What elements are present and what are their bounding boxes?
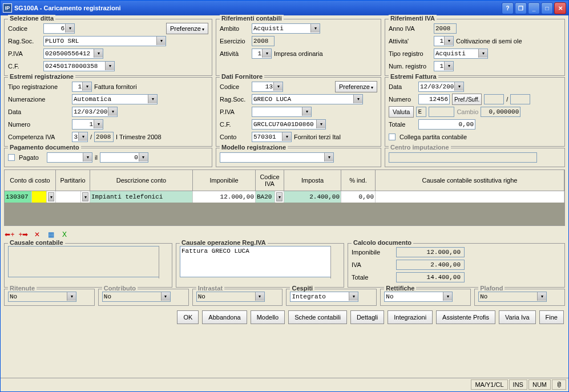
ragsoc-input[interactable] (43, 36, 166, 46)
forn-piva-input[interactable] (252, 107, 312, 117)
integrazioni-button[interactable]: Integrazioni (388, 310, 433, 324)
cell-conto-dd[interactable]: ▾ (47, 191, 56, 203)
cell-pind[interactable]: 0,00 (341, 191, 376, 203)
attivita-input[interactable] (252, 49, 272, 59)
maximize-button[interactable]: □ (541, 2, 553, 14)
il-label: il (95, 154, 98, 161)
cell-imposta[interactable]: 2.400,00 (284, 191, 341, 203)
forn-piva-label: P.IVA (220, 108, 249, 115)
riferimenti-iva-group: Riferimenti IVA Anno IVA Attivita' Colti… (385, 19, 565, 76)
piva-input[interactable] (43, 49, 103, 59)
cell-conto[interactable]: 130307 (5, 191, 32, 203)
data-reg-input[interactable] (72, 107, 118, 117)
num-registro-label: Num. registro (389, 63, 431, 70)
col-partitario[interactable]: Partitario (56, 170, 90, 191)
grid-row[interactable]: 130307 ▾ ▾ Impianti telefonici 12.000,00… (5, 191, 564, 203)
cell-partitario[interactable] (56, 191, 81, 203)
esercizio-label: Esercizio (220, 38, 249, 45)
cell-codiva-dd[interactable]: ▾ (275, 191, 284, 203)
pref-input (484, 94, 504, 104)
insert-row-button[interactable]: ⬅+ (4, 229, 15, 240)
col-imposta[interactable]: Imposta (284, 170, 341, 191)
contributo-input (102, 292, 171, 302)
cell-imponibile[interactable]: 12.000,00 (193, 191, 256, 203)
preferenze-forn-button[interactable]: Preferenze (335, 81, 377, 92)
forn-conto-desc: Fornitori terzi Ital (294, 134, 341, 140)
forn-cf-input[interactable] (252, 119, 326, 130)
comp-iva-input[interactable] (72, 132, 88, 142)
export-excel-button[interactable]: X (59, 229, 70, 240)
forn-codice-label: Codice (220, 83, 249, 90)
pagato-checkbox[interactable] (8, 154, 15, 161)
cespiti-input[interactable] (290, 292, 358, 302)
help-button[interactable]: ? (502, 2, 514, 14)
grid-view-button[interactable]: ▦ (45, 229, 57, 240)
fat-totale-input[interactable] (418, 119, 475, 130)
delete-row-button[interactable]: ✕ (31, 229, 43, 240)
app-icon: IP (3, 3, 12, 13)
numerazione-input[interactable] (72, 94, 158, 104)
tipo-registro-input[interactable] (434, 49, 488, 59)
minimize-button[interactable]: _ (528, 2, 540, 14)
dettagli-button[interactable]: Dettagli (350, 310, 384, 324)
col-codice-iva[interactable]: Codice IVA (256, 170, 284, 191)
intrastat-input (196, 292, 265, 302)
comp-iva-label: Competenza IVA (8, 134, 70, 140)
tipo-reg-input[interactable] (72, 82, 92, 92)
tipo-registro-label: Tipo registro (389, 50, 431, 57)
fat-data-input[interactable] (418, 82, 464, 92)
attivita-iva-input[interactable] (434, 36, 454, 46)
fine-button[interactable]: Fine (539, 310, 564, 324)
col-conto-costo[interactable]: Conto di costo (5, 170, 56, 191)
prefsuff-button[interactable]: Pref./Suff. (452, 94, 482, 105)
calc-totale-label: Totale (352, 274, 392, 281)
num-registro-input[interactable] (434, 61, 454, 71)
cespiti-group: Cespiti (286, 289, 377, 306)
close-button[interactable]: ✕ (554, 2, 566, 14)
ritenute-input (8, 292, 76, 302)
pagato-val-input[interactable] (100, 152, 148, 163)
forn-ragsoc-input[interactable] (252, 94, 363, 104)
cell-conto-ext[interactable] (32, 191, 47, 203)
forn-conto-input[interactable] (252, 132, 292, 142)
abbandona-button[interactable]: Abbandona (202, 310, 247, 324)
codice-input[interactable] (43, 23, 75, 34)
causale-operazione-text[interactable]: Fattura GRECO LUCA (180, 246, 340, 277)
ok-button[interactable]: OK (177, 310, 199, 324)
append-row-button[interactable]: +➡ (18, 229, 29, 240)
status-path: MA/Y1/CL (471, 379, 507, 390)
cell-causale[interactable] (376, 191, 564, 203)
selezione-ditta-group: Selezione ditta Codice Preferenze Rag.So… (4, 19, 212, 76)
numero-reg-input[interactable] (72, 119, 103, 130)
varia-iva-button[interactable]: Varia Iva (499, 310, 536, 324)
ambito-label: Ambito (220, 25, 249, 32)
cell-codiva[interactable]: BA20 (256, 191, 275, 203)
cambio-label: Cambio (457, 108, 478, 115)
col-descrizione[interactable]: Descrizione conto (90, 170, 193, 191)
col-imponibile[interactable]: Imponibile (193, 170, 256, 191)
plafond-group: Plafond (474, 289, 565, 306)
schede-contabili-button[interactable]: Schede contabili (288, 310, 347, 324)
collega-checkbox[interactable] (389, 134, 396, 140)
col-pind[interactable]: % ind. (341, 170, 376, 191)
pagato-label: Pagato (19, 154, 45, 161)
modello-input[interactable] (220, 152, 334, 163)
cell-desc[interactable]: Impianti telefonici (90, 191, 193, 203)
cell-partitario-dd[interactable]: ▾ (81, 191, 90, 203)
preferenze-ditta-button[interactable]: Preferenze (166, 23, 208, 34)
restore-button[interactable]: ❐ (515, 2, 527, 14)
cf-input[interactable] (43, 61, 115, 71)
modello-button[interactable]: Modello (251, 310, 285, 324)
pagato-date-input[interactable] (47, 152, 92, 163)
valuta-button[interactable]: Valuta (389, 106, 414, 118)
estremi-fattura-group: Estremi Fattura Data Numero Pref./Suff. … (385, 77, 565, 147)
forn-codice-input[interactable] (252, 82, 283, 92)
causale-operazione-group: Causale operazione Reg.IVA Fattura GRECO… (176, 243, 344, 288)
ambito-input[interactable] (252, 23, 320, 34)
col-causale[interactable]: Causale contabile sostitutiva righe (376, 170, 564, 191)
fat-numero-input[interactable] (418, 94, 450, 104)
rettifiche-input[interactable] (384, 292, 453, 302)
dati-fornitore-group: Dati Fornitore Codice Preferenze Rag.Soc… (216, 77, 381, 147)
tipo-reg-desc: Fattura fornitori (94, 83, 137, 90)
assistente-profis-button[interactable]: Assistente Profis (436, 310, 495, 324)
